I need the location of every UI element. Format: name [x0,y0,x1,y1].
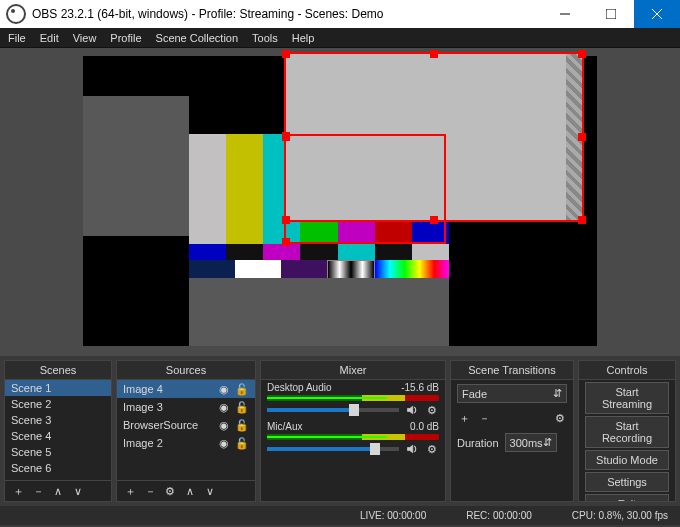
move-up-icon[interactable]: ∧ [183,484,197,498]
source-item[interactable]: Image 2 ◉🔓 [117,434,255,452]
gear-icon[interactable]: ⚙ [425,442,439,456]
window-title: OBS 23.2.1 (64-bit, windows) - Profile: … [32,7,542,21]
status-cpu: CPU: 0.8%, 30.00 fps [572,510,668,521]
lock-icon[interactable]: 🔓 [235,382,249,396]
scenes-list[interactable]: Scene 1 Scene 2 Scene 3 Scene 4 Scene 5 … [5,380,111,480]
mixer-channel: Mic/Aux0.0 dB ⚙ [261,419,445,458]
preview-area[interactable] [0,48,680,356]
sources-header: Sources [117,361,255,380]
gear-icon[interactable]: ⚙ [553,411,567,425]
channel-level: -15.6 dB [401,382,439,393]
scenes-panel: Scenes Scene 1 Scene 2 Scene 3 Scene 4 S… [4,360,112,502]
source-gray-rect-2 [189,278,449,346]
resize-handle[interactable] [282,132,290,140]
status-rec: REC: 00:00:00 [466,510,532,521]
volume-slider[interactable] [267,408,399,412]
visibility-icon[interactable]: ◉ [217,418,231,432]
menu-help[interactable]: Help [292,32,315,44]
scene-item[interactable]: Scene 4 [5,428,111,444]
menu-tools[interactable]: Tools [252,32,278,44]
menu-edit[interactable]: Edit [40,32,59,44]
add-icon[interactable]: ＋ [123,484,137,498]
speaker-icon[interactable] [405,442,419,456]
settings-button[interactable]: Settings [585,472,669,492]
resize-handle[interactable] [282,238,290,246]
channel-name: Mic/Aux [267,421,303,432]
close-button[interactable] [634,0,680,28]
secondary-selection [284,134,446,244]
duration-label: Duration [457,437,499,449]
start-recording-button[interactable]: Start Recording [585,416,669,448]
channel-name: Desktop Audio [267,382,332,393]
dock-row: Scenes Scene 1 Scene 2 Scene 3 Scene 4 S… [0,356,680,506]
controls-header: Controls [579,361,675,380]
duration-input[interactable]: 300ms⇵ [505,433,557,452]
gear-icon[interactable]: ⚙ [425,403,439,417]
spin-icon: ⇵ [553,387,562,400]
visibility-icon[interactable]: ◉ [217,400,231,414]
scene-item[interactable]: Scene 5 [5,444,111,460]
status-live: LIVE: 00:00:00 [360,510,426,521]
resize-handle[interactable] [282,50,290,58]
move-up-icon[interactable]: ∧ [51,484,65,498]
mixer-channel: Desktop Audio-15.6 dB ⚙ [261,380,445,419]
sources-panel: Sources Image 4 ◉🔓 Image 3 ◉🔓 BrowserSou… [116,360,256,502]
lock-icon[interactable]: 🔓 [235,418,249,432]
channel-level: 0.0 dB [410,421,439,432]
menu-profile[interactable]: Profile [110,32,141,44]
scenes-header: Scenes [5,361,111,380]
speaker-icon[interactable] [405,403,419,417]
scene-item[interactable]: Scene 6 [5,460,111,476]
start-streaming-button[interactable]: Start Streaming [585,382,669,414]
menu-file[interactable]: File [8,32,26,44]
visibility-icon[interactable]: ◉ [217,436,231,450]
remove-icon[interactable]: － [143,484,157,498]
source-item[interactable]: Image 3 ◉🔓 [117,398,255,416]
transitions-panel: Scene Transitions Fade⇵ ＋ － ⚙ Duration 3… [450,360,574,502]
remove-icon[interactable]: － [31,484,45,498]
menu-scene-collection[interactable]: Scene Collection [156,32,239,44]
transitions-header: Scene Transitions [451,361,573,380]
lock-icon[interactable]: 🔓 [235,436,249,450]
transition-select[interactable]: Fade⇵ [457,384,567,403]
remove-icon[interactable]: － [477,411,491,425]
scene-item[interactable]: Scene 3 [5,412,111,428]
window-titlebar: OBS 23.2.1 (64-bit, windows) - Profile: … [0,0,680,28]
source-item[interactable]: Image 4 ◉🔓 [117,380,255,398]
visibility-icon[interactable]: ◉ [217,382,231,396]
scene-item[interactable]: Scene 1 [5,380,111,396]
studio-mode-button[interactable]: Studio Mode [585,450,669,470]
move-down-icon[interactable]: ∨ [71,484,85,498]
sources-toolbar: ＋ － ⚙ ∧ ∨ [117,480,255,501]
maximize-button[interactable] [588,0,634,28]
exit-button[interactable]: Exit [585,494,669,501]
resize-handle[interactable] [578,216,586,224]
scene-item[interactable]: Scene 2 [5,396,111,412]
menu-view[interactable]: View [73,32,97,44]
volume-slider[interactable] [267,447,399,451]
source-item[interactable]: BrowserSource ◉🔓 [117,416,255,434]
minimize-button[interactable] [542,0,588,28]
spin-icon: ⇵ [543,436,552,449]
mixer-body: Desktop Audio-15.6 dB ⚙ Mic/Aux0.0 dB ⚙ [261,380,445,501]
add-icon[interactable]: ＋ [11,484,25,498]
preview-canvas[interactable] [83,56,597,346]
resize-handle[interactable] [578,50,586,58]
mixer-header: Mixer [261,361,445,380]
controls-panel: Controls Start Streaming Start Recording… [578,360,676,502]
properties-icon[interactable]: ⚙ [163,484,177,498]
add-icon[interactable]: ＋ [457,411,471,425]
volume-meter [267,434,439,440]
lock-icon[interactable]: 🔓 [235,400,249,414]
volume-meter [267,395,439,401]
app-icon [6,4,26,24]
sources-list[interactable]: Image 4 ◉🔓 Image 3 ◉🔓 BrowserSource ◉🔓 I… [117,380,255,480]
menu-bar: File Edit View Profile Scene Collection … [0,28,680,48]
mixer-panel: Mixer Desktop Audio-15.6 dB ⚙ Mic/Aux0.0… [260,360,446,502]
scenes-toolbar: ＋ － ∧ ∨ [5,480,111,501]
move-down-icon[interactable]: ∨ [203,484,217,498]
resize-handle[interactable] [578,133,586,141]
resize-handle[interactable] [430,50,438,58]
svg-rect-1 [606,9,616,19]
source-gray-rect [83,96,189,236]
